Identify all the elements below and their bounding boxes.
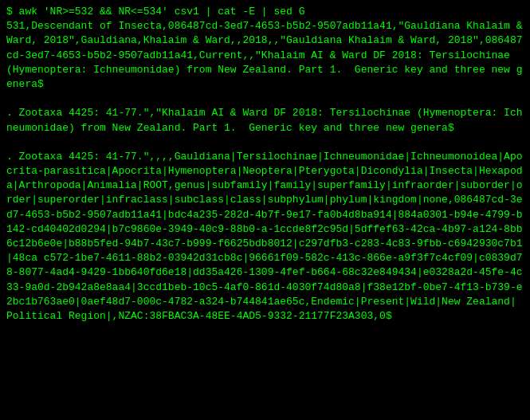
terminal-window: $ awk 'NR>=532 && NR<=534' csv1 | cat -E… xyxy=(0,0,530,420)
terminal-line: $ awk 'NR>=532 && NR<=534' csv1 | cat -E… xyxy=(6,5,524,19)
terminal-line: 531,Descendant of Insecta,086487cd-3ed7-… xyxy=(6,19,524,92)
terminal-line: . Zootaxa 4425: 41-77.","Khalaim AI & Wa… xyxy=(6,106,524,135)
terminal-line: . Zootaxa 4425: 41-77.",,,,Gauldiana|Ter… xyxy=(6,150,524,324)
terminal-line xyxy=(6,135,524,150)
terminal-line xyxy=(6,92,524,106)
